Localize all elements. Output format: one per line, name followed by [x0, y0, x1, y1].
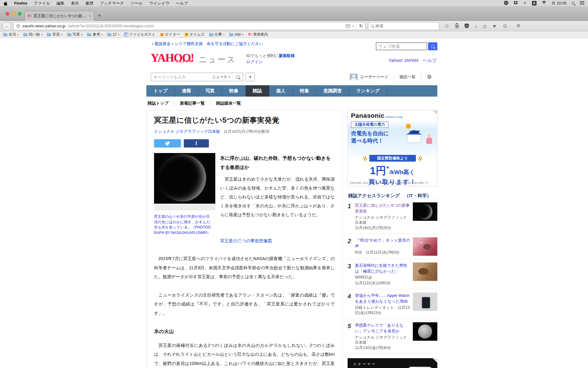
thumbnail-apple-watch[interactable]	[413, 293, 437, 311]
browser-search-input[interactable]	[375, 24, 436, 28]
add-keyword-button[interactable]: +	[246, 73, 255, 81]
bookmark-folder-kaimono[interactable]: 買い物▾	[23, 32, 43, 37]
twitter-share-button[interactable]	[154, 139, 181, 148]
register-link[interactable]: 新規取得	[279, 53, 295, 58]
tab-zasshi[interactable]: 雑誌	[246, 85, 269, 97]
facebook-share-button[interactable]: f	[184, 139, 209, 148]
pluto-photo[interactable]	[154, 153, 215, 204]
menu-tools[interactable]: ツール	[130, 1, 143, 6]
tab-eizo[interactable]: 映像	[222, 85, 246, 97]
steamer-ad[interactable]: i スチーマー ナノケア 浴びるだけで、 なりたい肌へ。	[348, 358, 437, 368]
bookmark-filepost[interactable]: Fファイルポスト	[124, 32, 156, 37]
subnav-new-articles[interactable]: 新着記事一覧	[174, 101, 210, 106]
spotlight-icon[interactable]	[572, 2, 575, 5]
bookmark-folder-27[interactable]: 27▾	[107, 33, 119, 37]
ranking-item[interactable]: 2 「“民泊”やめて」ネット賛否の声 R25 11月11日(水)7時0分	[348, 234, 437, 259]
menu-file[interactable]: ファイル	[34, 1, 50, 6]
apple-icon[interactable]	[4, 1, 8, 6]
wifi-icon[interactable]	[542, 1, 546, 6]
reader-mode-icon[interactable]	[346, 24, 350, 28]
ranking-link[interactable]: 準惑星ケレスで「ありえない」アンモニアを発見か	[355, 323, 403, 333]
menu-firefox[interactable]: Firefox	[14, 1, 27, 6]
tab-tokushu[interactable]: 特集	[293, 85, 316, 97]
menu-edit[interactable]: 編集	[57, 1, 65, 6]
news-search-input[interactable]	[151, 75, 210, 79]
menu-history[interactable]: 履歴	[85, 1, 93, 6]
new-tab-button[interactable]: +	[98, 13, 101, 19]
minimize-window-button[interactable]	[12, 12, 15, 16]
ranking-item[interactable]: 4 登場から半年……Apple Watchをあまり使わなくなった理由 日経トレン…	[348, 289, 437, 319]
menu-help[interactable]: ヘルプ	[176, 1, 188, 6]
bookmark-folder-sanko[interactable]: 参考▾	[87, 32, 103, 37]
settings-gear-icon[interactable]: ⚙	[421, 74, 437, 80]
news-search-box[interactable]: ニュース▾	[151, 73, 243, 81]
home-icon[interactable]: ⌂	[483, 23, 486, 29]
ranking-link[interactable]: 新石器時代に生殖できた男性は「極度に少なかった」	[355, 263, 407, 274]
bookmark-reuters[interactable]: ロイター	[160, 32, 180, 37]
login-link[interactable]: ログイン	[247, 59, 263, 64]
subnav-media-list[interactable]: 雑誌媒体一覧	[210, 101, 246, 106]
bookmark-folder-shigoto[interactable]: 仕事▾	[209, 32, 225, 37]
tab-shashin[interactable]: 写真	[198, 85, 222, 97]
input-source-icon[interactable]: A	[532, 1, 537, 6]
ranking-link[interactable]: 登場から半年……Apple Watchをあまり使わなくなった理由	[355, 293, 409, 304]
related-link[interactable]: 冥王星の三つの事前想像図	[220, 238, 272, 243]
help-link[interactable]: ヘルプ	[423, 58, 437, 63]
url-bar[interactable]: zasshi.news.yahoo.co.jp/article?a=201511…	[13, 22, 366, 30]
bookmark-times[interactable]: Tタイムズ	[185, 32, 205, 37]
bookmark-transit[interactable]: Y!乗換案内	[248, 32, 268, 37]
article-source-link[interactable]: ナショナル ジオグラフィック日本版	[154, 129, 220, 134]
bookmark-folder-hw[interactable]: HW▾	[229, 33, 243, 37]
tab-ranking[interactable]: ランキング	[349, 85, 387, 97]
thumbnail-ceres[interactable]	[413, 322, 437, 341]
share-icon[interactable]: ➤	[491, 22, 498, 29]
tab-ishikichosa[interactable]: 意識調査	[316, 85, 349, 97]
bookmark-star-icon[interactable]: ☆	[444, 22, 449, 29]
browser-search-box[interactable]	[368, 22, 439, 30]
downloads-icon[interactable]: ↓	[475, 23, 477, 29]
subnav-zasshi-top[interactable]: 雑誌トップ	[147, 101, 174, 106]
pocket-icon[interactable]: ∨	[465, 24, 469, 28]
bookmark-folder-seikatsu[interactable]: 生活▾	[3, 32, 19, 37]
creative-cloud-icon[interactable]	[504, 1, 508, 6]
ad-info-icon[interactable]: i	[432, 110, 437, 115]
tab-sokuho[interactable]: 速報	[175, 85, 198, 97]
tab-top[interactable]: トップ	[146, 85, 175, 97]
news-search-button[interactable]	[233, 75, 243, 79]
menu-bookmarks[interactable]: ブックマーク	[100, 1, 124, 6]
panasonic-ad[interactable]: i PanasonicHomes & Living 太陽光発電の電力 売電先を自…	[348, 110, 437, 186]
tab-close-icon[interactable]: ×	[89, 14, 91, 18]
menubar-clock[interactable]: 月 20:05	[552, 1, 567, 6]
back-button[interactable]: ←	[2, 22, 11, 30]
bookmark-folder-ongaku[interactable]: 音楽▾	[47, 32, 62, 37]
bookmark-folder-shashin[interactable]: 写真▾	[67, 32, 83, 37]
photo-caption[interactable]: 冥王星の山々や氷の平原や谷が日没の光にほのかに輝き、かすんだ空も光を放っている。…	[154, 214, 212, 236]
web-search-button[interactable]	[428, 42, 437, 50]
hello-icon[interactable]: ☺	[502, 23, 508, 29]
thumbnail-stones[interactable]	[413, 263, 437, 281]
ranking-link[interactable]: 冥王星に信じがたい5つの新事実発覚	[355, 203, 409, 213]
subscriptions-link[interactable]: 購読一覧	[394, 74, 421, 80]
thumbnail-bedroom[interactable]	[413, 237, 437, 256]
menu-view[interactable]: 表示	[71, 1, 79, 6]
close-window-button[interactable]	[6, 12, 9, 16]
ranking-link[interactable]: 「“民泊”やめて」ネット賛否の声	[355, 238, 410, 248]
zoom-window-button[interactable]	[18, 12, 21, 16]
bookmarks-list-icon[interactable]	[455, 24, 459, 28]
ranking-item[interactable]: 5 準惑星ケレスで「ありえない」アンモニアを発見か ナショナル ジオグラフィック…	[348, 319, 437, 354]
menu-window[interactable]: ウインドウ	[149, 1, 170, 6]
thumbnail-pluto[interactable]	[413, 202, 437, 221]
donation-link[interactable]: ＜緊急募金＞シリア難民支援 命を守る活動にご協力ください	[151, 41, 263, 46]
browser-tab[interactable]: Y! 冥王星に信じがたい5つの新... ×	[24, 11, 94, 21]
web-search-input[interactable]	[376, 42, 427, 50]
menu-icon[interactable]: ≡	[517, 23, 520, 29]
reader-caret-icon[interactable]: ▾	[352, 25, 354, 28]
yahoo-japan-link[interactable]: Yahoo! JAPAN	[388, 58, 418, 63]
refresh-icon[interactable]: ↻	[359, 23, 363, 29]
bluetooth-audio-icon[interactable]	[523, 1, 527, 6]
dropbox-icon[interactable]	[514, 1, 518, 6]
search-scope-dropdown[interactable]: ニュース▾	[210, 75, 232, 80]
user-page-link[interactable]: ユーザーページ	[344, 74, 394, 80]
ad-info-icon[interactable]: i	[433, 358, 437, 363]
ranking-item[interactable]: 3 新石器時代に生殖できた男性は「極度に少なかった」 WIRED.jp 11月1…	[348, 259, 437, 289]
